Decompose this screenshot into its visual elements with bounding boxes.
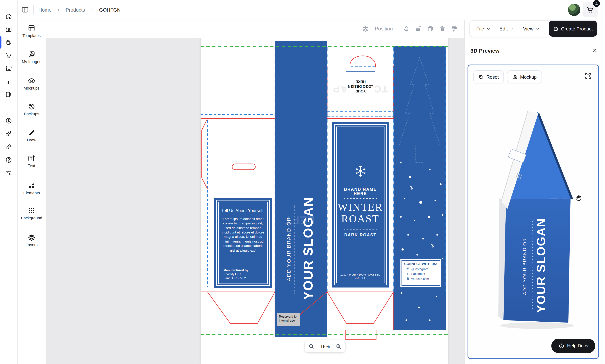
sidebar-item-draw[interactable]: Draw bbox=[17, 129, 46, 142]
sidebar-item-background[interactable]: Background bbox=[17, 207, 46, 220]
design-canvas[interactable]: LEFT ADD YOUR BRAND OR YOUR SLOGAN bbox=[46, 38, 464, 364]
sidebar-item-my-images[interactable]: My Images bbox=[17, 50, 46, 64]
edit-menu[interactable]: Edit bbox=[495, 26, 519, 31]
duplicate-icon[interactable] bbox=[427, 25, 434, 32]
divider bbox=[465, 64, 605, 64]
file-menu[interactable]: File bbox=[470, 26, 495, 31]
menu-bar: File Edit View Create Product bbox=[469, 20, 597, 37]
your-slogan-text[interactable]: YOUR SLOGAN bbox=[301, 197, 316, 300]
divider bbox=[4, 107, 14, 107]
chevron-down-icon bbox=[535, 26, 540, 31]
sidebar-item-label: Mockups bbox=[17, 86, 46, 90]
chevron-down-icon bbox=[510, 26, 514, 31]
paint-roller-icon[interactable] bbox=[451, 25, 458, 32]
avatar[interactable] bbox=[568, 4, 580, 16]
ai-sparkles-icon[interactable] bbox=[5, 130, 12, 137]
mfg-label: Manufactured by: bbox=[224, 269, 249, 272]
logo-placeholder-box[interactable]: YOUR LOGO DESIGN HERE bbox=[346, 71, 375, 101]
reserved-area-box[interactable]: Reserverd for internal use bbox=[277, 313, 300, 326]
sidebar-toggle-icon[interactable] bbox=[21, 6, 29, 14]
delete-icon[interactable] bbox=[439, 25, 446, 32]
breadcrumb-products[interactable]: Products bbox=[66, 7, 85, 13]
mockup-button[interactable]: Mockup bbox=[507, 70, 542, 83]
sidebar-item-backups[interactable]: Backups bbox=[17, 103, 46, 116]
connect-box[interactable]: CONNECT WITH US! @Instagram Facebook you… bbox=[400, 259, 442, 287]
cart-icon[interactable] bbox=[5, 52, 12, 59]
instagram-icon bbox=[406, 267, 409, 271]
preview-panel: 3D Preview Reset Mockup bbox=[464, 20, 605, 364]
sidebar-item-text[interactable]: Text bbox=[17, 155, 46, 168]
connect-facebook: Facebook bbox=[406, 272, 440, 275]
facebook-icon bbox=[406, 272, 409, 275]
box-brand-text: ADD YOUR BRAND OR bbox=[522, 238, 527, 295]
breadcrumb-current: GOHFGN bbox=[99, 7, 121, 13]
about-panel[interactable]: Tell Us About Yourself! "Lorem ipsum dol… bbox=[214, 198, 272, 288]
zoom-in-icon[interactable] bbox=[336, 343, 342, 349]
preview-viewport[interactable]: Reset Mockup bbox=[468, 65, 599, 359]
close-icon[interactable] bbox=[592, 48, 598, 53]
mfg-city: Bend, OR 97702 bbox=[224, 276, 246, 280]
news-icon[interactable] bbox=[5, 26, 12, 33]
reset-button[interactable]: Reset bbox=[473, 70, 504, 83]
sidebar-item-label: Draw bbox=[17, 138, 46, 142]
zoom-level: 18% bbox=[320, 343, 330, 349]
templates-icon bbox=[27, 24, 36, 32]
history-icon bbox=[27, 103, 36, 111]
home-icon[interactable] bbox=[5, 13, 12, 20]
product-subtitle: DARK ROAST bbox=[337, 233, 384, 237]
link-icon[interactable] bbox=[5, 143, 12, 150]
box-slogan-text: YOUR SLOGAN bbox=[534, 218, 548, 313]
help-icon[interactable] bbox=[5, 156, 12, 164]
swatches-icon[interactable] bbox=[5, 91, 12, 98]
save-icon bbox=[553, 26, 559, 31]
box-3d-render[interactable]: ADD YOUR BRAND OR YOUR SLOGAN bbox=[483, 102, 592, 334]
sidebar-item-label: Text bbox=[17, 164, 46, 168]
slogan-panel[interactable]: LEFT ADD YOUR BRAND OR YOUR SLOGAN bbox=[275, 41, 327, 337]
create-product-button[interactable]: Create Product bbox=[549, 21, 597, 37]
mfg-name: Roastify LLC bbox=[224, 273, 241, 276]
front-panel[interactable]: BRAND NAME HERE WINTER ROAST DARK ROAST … bbox=[332, 122, 389, 287]
connect-box-frame: CONNECT WITH US! @Instagram Facebook you… bbox=[402, 260, 440, 286]
view-menu[interactable]: View bbox=[519, 26, 544, 31]
pencil-icon bbox=[27, 129, 36, 137]
cart-button[interactable]: 4 bbox=[582, 2, 598, 17]
brand-name-text: BRAND NAME HERE bbox=[337, 187, 384, 196]
position-layers-icon[interactable] bbox=[362, 25, 369, 32]
brand-or-text[interactable]: ADD YOUR BRAND OR bbox=[286, 217, 292, 281]
settings-icon[interactable] bbox=[5, 169, 12, 177]
reset-icon bbox=[478, 74, 484, 79]
images-icon bbox=[27, 50, 36, 58]
sidebar-item-elements[interactable]: Elements bbox=[17, 182, 46, 195]
text-icon bbox=[27, 155, 36, 162]
coffee-icon[interactable] bbox=[5, 39, 12, 46]
snow-panel[interactable]: CONNECT WITH US! @Instagram Facebook you… bbox=[394, 46, 446, 330]
layers-icon bbox=[27, 234, 36, 241]
sidebar-item-layers[interactable]: Layers bbox=[17, 234, 46, 247]
product-title-line2: ROAST bbox=[337, 214, 384, 224]
dots-grid-icon bbox=[27, 207, 36, 215]
breadcrumb-home[interactable]: Home bbox=[39, 7, 52, 13]
sidebar-item-templates[interactable]: Templates bbox=[17, 24, 46, 38]
logo-placeholder-text: YOUR LOGO DESIGN HERE bbox=[348, 79, 373, 93]
zoom-out-icon[interactable] bbox=[308, 343, 315, 349]
position-label[interactable]: Position bbox=[375, 26, 393, 32]
sidebar-item-label: Backups bbox=[17, 112, 46, 116]
chevron-down-icon bbox=[486, 26, 491, 31]
opacity-droplet-icon[interactable] bbox=[403, 25, 410, 32]
sidebar-item-label: My Images bbox=[17, 59, 46, 64]
store-icon[interactable] bbox=[5, 65, 12, 72]
shapes-icon bbox=[27, 182, 36, 190]
sidebar-item-label: Elements bbox=[17, 191, 46, 195]
chevron-right-icon bbox=[56, 7, 61, 12]
fullscreen-icon[interactable] bbox=[584, 72, 592, 80]
chart-icon[interactable] bbox=[5, 78, 12, 85]
eye-icon bbox=[27, 77, 36, 85]
sidebar-item-mockups[interactable]: Mockups bbox=[17, 77, 46, 90]
tool-sidebar: Templates My Images Mockups Backups Draw… bbox=[17, 20, 46, 364]
nav-rail bbox=[0, 0, 18, 364]
pricing-icon[interactable] bbox=[5, 117, 12, 124]
app-window: Home Products GOHFGN 4 Templates My Imag… bbox=[0, 0, 605, 364]
breadcrumb: Home Products GOHFGN bbox=[39, 0, 121, 20]
help-docs-button[interactable]: Help Docs bbox=[551, 339, 595, 353]
unlock-icon[interactable] bbox=[415, 25, 422, 32]
